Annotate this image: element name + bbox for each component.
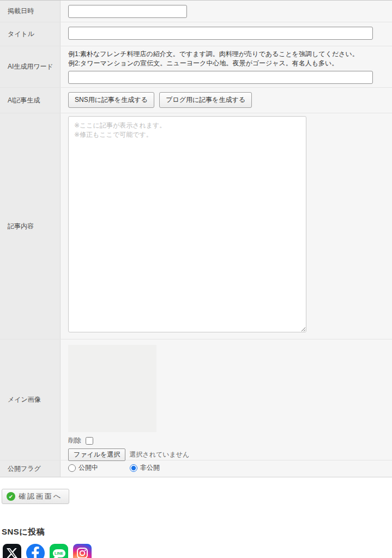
line-text: LINE xyxy=(55,551,63,555)
publish-datetime-cell xyxy=(61,1,392,22)
row-title: タイトル xyxy=(0,22,392,46)
delete-checkbox[interactable] xyxy=(86,437,93,445)
confirm-button[interactable]: ✔ 確認画面へ xyxy=(2,489,69,504)
main-image-label: メイン画像 xyxy=(0,339,61,460)
publish-option-public-label: 公開中 xyxy=(79,463,98,472)
publish-flag-options: 公開中 非公開 xyxy=(68,463,160,472)
facebook-f-glyph xyxy=(26,544,45,558)
main-image-cell: 削除 ファイルを選択 選択されていません xyxy=(61,339,392,460)
row-ai-generate: AI記事生成 SNS用に記事を生成する ブログ用に記事を生成する xyxy=(0,88,392,113)
confirm-button-label: 確認画面へ xyxy=(19,492,62,501)
ai-words-cell: 例1:素朴なフレンチ料理店の紹介文。ですます調。肉料理が売りであることを強調して… xyxy=(61,46,392,87)
publish-radio-private[interactable] xyxy=(130,464,137,472)
ai-generate-label: AI記事生成 xyxy=(0,88,61,113)
title-cell xyxy=(61,22,392,46)
delete-label: 削除 xyxy=(68,436,81,445)
sns-icon-row: LINE xyxy=(3,544,392,558)
row-article-content: 記事内容 xyxy=(0,113,392,339)
delete-row: 削除 xyxy=(68,436,384,445)
check-icon: ✔ xyxy=(7,492,15,501)
instagram-icon[interactable] xyxy=(73,544,92,558)
file-row: ファイルを選択 選択されていません xyxy=(68,448,384,461)
row-publish-datetime: 掲載日時 xyxy=(0,1,392,22)
article-form-table: 掲載日時 タイトル AI生成用ワード 例1:素朴なフレンチ料理店の紹介文。ですま… xyxy=(0,0,392,477)
article-content-textarea[interactable] xyxy=(68,116,306,332)
line-bubble: LINE xyxy=(53,549,65,557)
row-ai-words: AI生成用ワード 例1:素朴なフレンチ料理店の紹介文。ですます調。肉料理が売りで… xyxy=(0,46,392,88)
publish-flag-cell: 公開中 非公開 xyxy=(61,460,392,477)
publish-radio-public[interactable] xyxy=(68,464,76,472)
publish-option-private-label: 非公開 xyxy=(140,463,160,472)
publish-option-private[interactable]: 非公開 xyxy=(130,463,160,472)
ai-words-label: AI生成用ワード xyxy=(0,46,61,87)
article-content-label: 記事内容 xyxy=(0,113,61,339)
x-logo-glyph xyxy=(7,548,17,558)
publish-datetime-label: 掲載日時 xyxy=(0,1,61,22)
row-main-image: メイン画像 削除 ファイルを選択 選択されていません xyxy=(0,339,392,460)
bottom-section: ✔ 確認画面へ SNSに投稿 LINE xyxy=(0,477,392,558)
line-icon[interactable]: LINE xyxy=(50,544,68,558)
article-content-cell xyxy=(61,113,392,339)
file-status-text: 選択されていません xyxy=(129,450,189,459)
ai-words-example-2: 例2:タワーマンションの宣伝文。ニューヨーク中心地。夜景がゴージャス。有名人も多… xyxy=(68,59,384,68)
facebook-icon[interactable] xyxy=(26,544,45,558)
title-input[interactable] xyxy=(68,27,373,40)
publish-datetime-input[interactable] xyxy=(68,5,187,18)
ai-generate-cell: SNS用に記事を生成する ブログ用に記事を生成する xyxy=(61,88,392,113)
instagram-camera-glyph xyxy=(76,547,89,558)
sns-heading: SNSに投稿 xyxy=(2,527,392,537)
generate-sns-button[interactable]: SNS用に記事を生成する xyxy=(68,92,154,108)
ai-words-input[interactable] xyxy=(68,71,373,84)
publish-option-public[interactable]: 公開中 xyxy=(68,463,98,472)
main-image-preview xyxy=(68,345,156,432)
row-publish-flag: 公開フラグ 公開中 非公開 xyxy=(0,460,392,477)
x-icon[interactable] xyxy=(3,544,21,558)
file-select-button[interactable]: ファイルを選択 xyxy=(68,448,125,461)
ai-words-example-1: 例1:素朴なフレンチ料理店の紹介文。ですます調。肉料理が売りであることを強調して… xyxy=(68,50,384,59)
publish-flag-label: 公開フラグ xyxy=(0,460,61,477)
title-label: タイトル xyxy=(0,22,61,46)
generate-blog-button[interactable]: ブログ用に記事を生成する xyxy=(159,92,252,108)
